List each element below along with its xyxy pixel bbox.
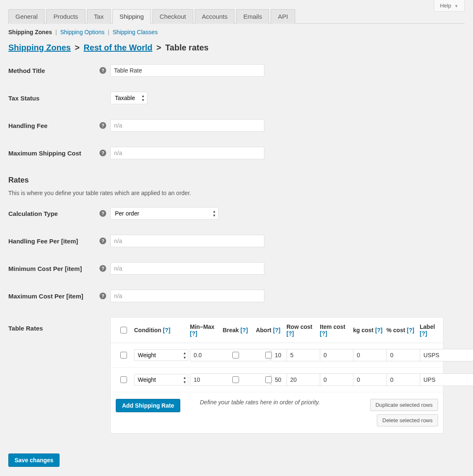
rates-row: Weight▴▾ — [111, 343, 443, 368]
handling-fee-item-input[interactable] — [110, 235, 264, 247]
condition-select[interactable]: Weight — [134, 349, 188, 361]
rates-table: Condition [?] Min–Max [?] Break [?] Abor… — [110, 317, 443, 433]
subtabs: Shipping Zones | Shipping Options | Ship… — [8, 29, 465, 35]
subtab-options[interactable]: Shipping Options — [60, 29, 105, 35]
help-link[interactable]: [?] — [420, 330, 427, 337]
tab-accounts[interactable]: Accounts — [195, 9, 235, 24]
method-title-label: Method Title — [8, 67, 45, 74]
rates-desc: This is where you define your table rate… — [8, 190, 465, 196]
min-cost-item-input[interactable] — [110, 262, 264, 275]
max-cost-item-label: Maximum Cost Per [item] — [8, 293, 83, 300]
help-label: Help — [440, 3, 451, 9]
help-link[interactable]: [?] — [190, 330, 197, 337]
tab-checkout[interactable]: Checkout — [152, 9, 193, 24]
min-cost-item-label: Minimum Cost Per [item] — [8, 265, 82, 272]
abort-checkbox[interactable] — [265, 376, 272, 383]
rates-title: Rates — [8, 176, 465, 185]
breadcrumb-zones[interactable]: Shipping Zones — [8, 43, 71, 52]
help-link[interactable]: [?] — [407, 327, 414, 333]
tab-api[interactable]: API — [271, 9, 295, 24]
breadcrumb: Shipping Zones > Rest of the World > Tab… — [8, 43, 465, 53]
tab-products[interactable]: Products — [46, 9, 85, 24]
help-link[interactable]: [?] — [320, 330, 327, 337]
handling-fee-label: Handling Fee — [8, 122, 47, 129]
help-link[interactable]: [?] — [273, 327, 281, 333]
duplicate-rows-button[interactable]: Duplicate selected rows — [370, 399, 438, 411]
chevron-down-icon: ▼ — [454, 4, 458, 8]
help-link[interactable]: [?] — [163, 327, 170, 333]
subtab-classes[interactable]: Shipping Classes — [112, 29, 157, 35]
max-shipping-label: Maximum Shipping Cost — [8, 150, 81, 157]
help-icon[interactable]: ? — [100, 122, 106, 129]
calc-type-label: Calculation Type — [8, 210, 58, 217]
tab-shipping[interactable]: Shipping — [112, 9, 151, 24]
help-icon[interactable]: ? — [100, 210, 106, 217]
handling-fee-input[interactable] — [110, 119, 264, 132]
tax-status-select[interactable]: Taxable — [110, 92, 147, 104]
breadcrumb-region[interactable]: Rest of the World — [84, 43, 152, 52]
select-all-checkbox[interactable] — [120, 327, 127, 333]
breadcrumb-current: Table rates — [165, 43, 209, 52]
main-tabs: GeneralProductsTaxShippingCheckoutAccoun… — [8, 9, 465, 24]
help-icon[interactable]: ? — [100, 265, 106, 272]
help-link[interactable]: [?] — [286, 330, 294, 337]
help-icon[interactable]: ? — [100, 238, 106, 244]
tab-tax[interactable]: Tax — [87, 9, 111, 24]
subtab-zones[interactable]: Shipping Zones — [8, 29, 52, 35]
help-icon[interactable]: ? — [100, 293, 106, 299]
tab-emails[interactable]: Emails — [236, 9, 269, 24]
delete-rows-button[interactable]: Delete selected rows — [377, 414, 438, 426]
rates-row: Weight▴▾ — [111, 368, 443, 392]
help-link[interactable]: [?] — [375, 327, 383, 333]
rates-hint: Define your table rates here in order of… — [200, 399, 365, 406]
break-checkbox[interactable] — [232, 376, 239, 383]
label-input[interactable] — [420, 373, 473, 386]
add-shipping-rate-button[interactable]: Add Shipping Rate — [116, 399, 180, 412]
row-checkbox[interactable] — [120, 352, 127, 358]
method-title-input[interactable] — [110, 64, 264, 77]
break-checkbox[interactable] — [232, 352, 239, 358]
help-link[interactable]: [?] — [240, 327, 248, 333]
tab-general[interactable]: General — [8, 9, 45, 24]
calc-type-select[interactable]: Per order — [110, 207, 219, 220]
tax-status-label: Tax Status — [8, 95, 40, 102]
help-icon[interactable]: ? — [100, 150, 106, 156]
help-tab[interactable]: Help ▼ — [434, 0, 465, 12]
max-cost-item-input[interactable] — [110, 290, 264, 302]
label-input[interactable] — [420, 349, 473, 361]
save-changes-button[interactable]: Save changes — [8, 453, 60, 467]
max-shipping-input[interactable] — [110, 147, 264, 159]
help-icon[interactable]: ? — [100, 67, 106, 74]
abort-checkbox[interactable] — [265, 352, 272, 358]
handling-fee-item-label: Handling Fee Per [item] — [8, 238, 78, 245]
condition-select[interactable]: Weight — [134, 374, 188, 386]
table-rates-label: Table Rates — [8, 325, 43, 332]
row-checkbox[interactable] — [120, 376, 127, 383]
